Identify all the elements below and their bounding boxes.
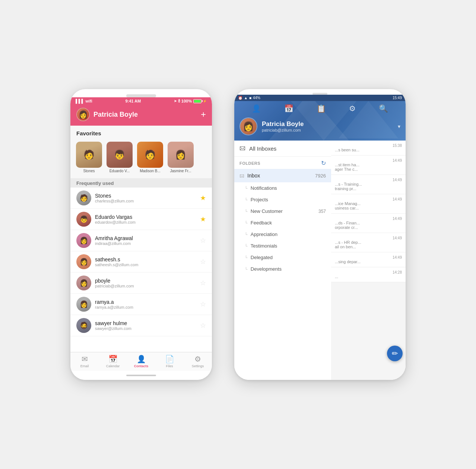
email-preview-3b: usiness car... — [335, 206, 402, 210]
star-icon-pboyle[interactable]: ☆ — [200, 279, 206, 287]
contact-email-sawyer: sawyer@zillum.com — [95, 326, 196, 331]
contact-name-sawyer: sawyer hulme — [95, 320, 196, 326]
subfolder-appreciation[interactable]: └ Appreciation — [234, 229, 331, 240]
email-item-4[interactable]: 14:49 ...ds - Finan... orporate cr... — [331, 214, 406, 233]
email-preview-1b: ager The c... — [335, 167, 402, 171]
user-avatar: 👩 — [76, 108, 90, 121]
subfolder-name-projects: Projects — [251, 197, 326, 202]
compose-fab[interactable]: ✏ — [387, 346, 403, 361]
contact-item-eduardo[interactable]: 👦 Eduardo Vargas eduardov@zillum.com ★ — [70, 209, 212, 230]
subfolder-name-feedback: Feedback — [251, 220, 326, 226]
subfolder-icon-appreciation: └ — [245, 232, 248, 237]
favorites-row: 🧑 Stones 👦 Eduardo V... 🧑 Madison B... — [70, 139, 212, 178]
settings-icon[interactable]: ⚙ — [349, 104, 356, 113]
star-icon-amritha[interactable]: ☆ — [200, 236, 206, 245]
star-icon-sawyer[interactable]: ☆ — [200, 321, 206, 330]
contact-item-satheesh[interactable]: 👩 satheesh.s satheesh.s@zillum.com ☆ — [70, 251, 212, 273]
email-item-5[interactable]: 14:49 ...s - HR dep... ail on ben... — [331, 233, 406, 252]
android-profile: 👩 Patricia Boyle patriciab@zillum.com ▾ — [234, 115, 406, 141]
email-item-3[interactable]: 14:49 ...ice Manag... usiness car... — [331, 194, 406, 214]
contacts-tab-label: Contacts — [134, 364, 149, 368]
battery-percent-android: 44% — [253, 96, 260, 100]
subfolder-icon-projects: └ — [245, 198, 248, 202]
contact-email-ramya: ramya.a@zillum.com — [95, 305, 196, 309]
contact-name-pboyle: pboyle — [95, 278, 196, 284]
folder-inbox[interactable]: 🖂 Inbox 7926 — [234, 169, 331, 182]
favorites-title: Favorites — [70, 126, 212, 139]
email-item-1[interactable]: 14:49 ...st item ha... ager The c... — [331, 155, 406, 175]
tab-files[interactable]: 📄 Files — [155, 355, 184, 368]
contact-name-satheesh: satheesh.s — [95, 256, 196, 262]
email-tab-icon: ✉ — [82, 355, 88, 363]
subfolder-notifications[interactable]: └ Notifications — [234, 182, 331, 194]
contact-info-eduardo: Eduardo Vargas eduardov@zillum.com — [95, 214, 196, 224]
contact-email-stones: charless@zillum.com — [95, 199, 196, 203]
tab-calendar[interactable]: 📅 Calendar — [99, 355, 127, 368]
fav-contact-stones[interactable]: 🧑 Stones — [76, 142, 102, 173]
contact-avatar-amritha: 👩 — [76, 233, 91, 248]
email-list: 15:38 ...s been su... 14:49 ...st item h… — [331, 141, 406, 380]
settings-tab-icon: ⚙ — [194, 355, 201, 363]
battery-icon — [193, 99, 201, 103]
notes-icon[interactable]: 📋 — [317, 104, 326, 113]
fav-contact-jasmine[interactable]: 👩 Jasmine Fr... — [167, 142, 194, 173]
tab-email[interactable]: ✉ Email — [70, 355, 99, 368]
fav-avatar-jasmine: 👩 — [168, 142, 194, 168]
fav-contact-madison[interactable]: 🧑 Madison B... — [137, 142, 164, 173]
dropdown-arrow-icon[interactable]: ▾ — [398, 123, 400, 129]
tab-contacts[interactable]: 👤 Contacts — [127, 355, 155, 368]
contacts-tab-icon: 👤 — [137, 355, 146, 363]
contact-item-ramya[interactable]: 👩 ramya.a ramya.a@zillum.com ☆ — [70, 294, 212, 315]
email-time-1: 14:49 — [335, 158, 402, 163]
star-icon-satheesh[interactable]: ☆ — [200, 258, 206, 266]
subfolder-new-customer[interactable]: └ New Customer 357 — [234, 205, 331, 217]
header-left: 👩 Patricia Boyle — [76, 108, 138, 121]
subfolder-icon-testimonials: └ — [245, 244, 248, 248]
calendar-icon[interactable]: 📅 — [284, 104, 293, 113]
contact-item-pboyle[interactable]: 👩 pboyle patriciab@zillum.com ☆ — [70, 273, 212, 294]
email-preview-5b: ail on ben... — [335, 245, 402, 249]
subfolder-feedback[interactable]: └ Feedback — [234, 217, 331, 229]
contacts-icon[interactable]: 👤 — [252, 104, 261, 113]
subfolder-developments[interactable]: └ Developments — [234, 263, 331, 275]
email-preview-7: ... — [335, 274, 402, 279]
search-icon[interactable]: 🔍 — [379, 104, 388, 113]
fav-avatar-eduardo: 👦 — [107, 142, 133, 168]
contact-info-sawyer: sawyer hulme sawyer@zillum.com — [95, 320, 196, 331]
bottom-tab-bar: ✉ Email 📅 Calendar 👤 Contacts 📄 Files ⚙ … — [70, 352, 212, 371]
folder-inbox-name: Inbox — [247, 173, 312, 179]
android-user-name: Patricia Boyle — [262, 120, 393, 128]
email-item-7[interactable]: 14:28 ... — [331, 267, 406, 282]
star-icon-ramya[interactable]: ☆ — [200, 300, 206, 308]
contact-item-amritha[interactable]: 👩 Amritha Agrawal indiraa@zillum.com ☆ — [70, 230, 212, 251]
calendar-tab-icon: 📅 — [108, 355, 118, 363]
subfolder-testimonials[interactable]: └ Testimonials — [234, 240, 331, 252]
contact-item-stones[interactable]: 🧑 Stones charless@zillum.com ★ — [70, 188, 212, 209]
refresh-icon[interactable]: ↻ — [321, 160, 326, 167]
calendar-tab-label: Calendar — [106, 364, 120, 368]
contact-info-amritha: Amritha Agrawal indiraa@zillum.com — [95, 235, 196, 246]
email-time-5: 14:49 — [335, 236, 402, 240]
add-button[interactable]: + — [201, 109, 206, 120]
battery-icon-android: ■ — [249, 96, 251, 100]
email-preview-4: ...ds - Finan... — [335, 221, 402, 225]
email-item-2[interactable]: 14:49 ...s - Training... training pr... — [331, 175, 406, 194]
subfolder-delegated[interactable]: └ Delegated — [234, 252, 331, 263]
all-inboxes-row[interactable]: 🖂 All Inboxes — [234, 141, 331, 157]
email-item-0[interactable]: 15:38 ...s been su... — [331, 141, 406, 155]
star-icon-stones[interactable]: ★ — [200, 194, 206, 202]
contact-name-amritha: Amritha Agrawal — [95, 235, 196, 241]
home-indicator — [70, 371, 212, 380]
email-item-6[interactable]: 14:49 ...sing depar... — [331, 252, 406, 267]
contact-item-sawyer[interactable]: 🧔 sawyer hulme sawyer@zillum.com ☆ — [70, 315, 212, 336]
fav-contact-eduardo[interactable]: 👦 Eduardo V... — [106, 142, 133, 173]
user-name: Patricia Boyle — [93, 111, 138, 119]
star-icon-eduardo[interactable]: ★ — [200, 215, 206, 223]
subfolder-icon-delegated: └ — [245, 255, 248, 260]
email-time-0: 15:38 — [335, 144, 402, 148]
subfolder-projects[interactable]: └ Projects — [234, 194, 331, 205]
email-time-6: 14:49 — [335, 255, 402, 259]
email-preview-4b: orporate cr... — [335, 225, 402, 230]
contact-email-satheesh: satheesh.s@zillum.com — [95, 262, 196, 267]
tab-settings[interactable]: ⚙ Settings — [184, 355, 212, 368]
